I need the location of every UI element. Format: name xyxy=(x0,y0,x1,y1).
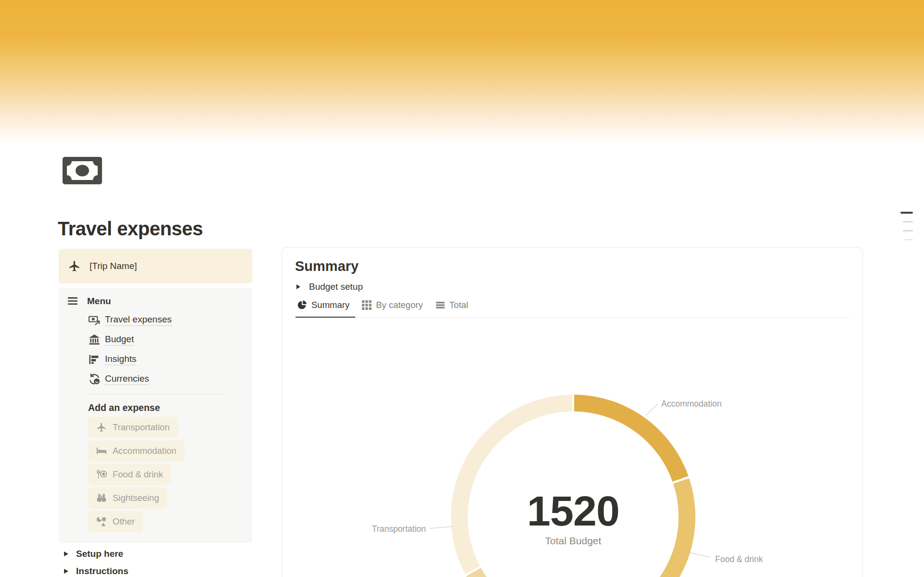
trip-name-label: [Trip Name] xyxy=(90,261,137,271)
add-accommodation-button[interactable]: Accommodation xyxy=(88,440,185,462)
table-of-contents-indicator[interactable] xyxy=(899,212,913,248)
banknote-link-icon xyxy=(89,314,100,326)
expense-button-label: Other xyxy=(113,516,135,527)
add-expense-title: Add an expense xyxy=(88,402,160,413)
toggle-label: Setup here xyxy=(76,549,123,559)
slice-label-transportation: Transportation xyxy=(366,524,426,534)
slice-label-accommodation: Accommodation xyxy=(661,398,721,409)
summary-heading: Summary xyxy=(295,257,359,275)
bank-icon xyxy=(89,334,100,346)
setup-here-toggle[interactable]: Setup here xyxy=(64,549,123,559)
tab-label: Total xyxy=(449,300,468,310)
tab-total[interactable]: Total xyxy=(434,298,474,317)
menu-link-label: Budget xyxy=(105,334,134,346)
expense-buttons: Transportation Accommodation Food & drin… xyxy=(88,417,185,535)
budget-setup-toggle[interactable]: Budget setup xyxy=(296,282,363,292)
toc-line[interactable] xyxy=(903,221,913,223)
budget-setup-label: Budget setup xyxy=(309,282,363,292)
toc-line[interactable] xyxy=(905,239,913,241)
chart-center-label: Total Budget xyxy=(477,535,669,547)
menu-link-insights[interactable]: Insights xyxy=(89,349,172,369)
notion-page: Travel expenses [Trip Name] Menu xyxy=(0,0,924,577)
menu-title: Menu xyxy=(87,296,111,307)
menu-link-label: Insights xyxy=(105,354,136,365)
currency-exchange-icon xyxy=(89,373,100,385)
slice-label-food-drink: Food & drink xyxy=(715,554,763,564)
menu-header: Menu xyxy=(67,295,111,307)
pie-chart-icon xyxy=(297,300,307,310)
instructions-toggle[interactable]: Instructions xyxy=(64,566,128,577)
expense-button-label: Sightseeing xyxy=(113,493,159,503)
chart-center-value: 1520 xyxy=(477,495,669,527)
menu-list: Travel expenses Budget Insights xyxy=(89,310,172,389)
rows-icon xyxy=(436,300,445,310)
view-tabs: Summary By category Total xyxy=(295,298,850,318)
airplane-icon xyxy=(68,260,81,272)
add-sightseeing-button[interactable]: Sightseeing xyxy=(88,487,167,509)
trip-name-callout[interactable]: [Trip Name] xyxy=(59,249,252,283)
airplane-icon xyxy=(96,422,107,433)
menu-link-currencies[interactable]: Currencies xyxy=(89,369,172,389)
bed-icon xyxy=(96,446,107,456)
menu-link-label: Currencies xyxy=(105,373,149,385)
summary-card: Summary Budget setup Summary By category xyxy=(282,247,863,577)
tab-label: By category xyxy=(376,300,423,310)
tab-summary[interactable]: Summary xyxy=(295,298,355,318)
page-title: Travel expenses xyxy=(58,217,203,241)
toc-line[interactable] xyxy=(903,230,913,231)
tab-by-category[interactable]: By category xyxy=(360,298,429,317)
toggle-triangle-icon xyxy=(64,569,68,574)
toggle-triangle-icon xyxy=(296,284,300,289)
restaurant-icon xyxy=(96,469,107,480)
binoculars-icon xyxy=(96,493,107,503)
expense-button-label: Food & drink xyxy=(113,469,163,480)
hamburger-menu-icon xyxy=(67,295,78,307)
add-transportation-button[interactable]: Transportation xyxy=(88,417,178,438)
toc-line[interactable] xyxy=(900,212,913,214)
expense-button-label: Accommodation xyxy=(113,446,177,456)
tab-label: Summary xyxy=(311,300,349,310)
shapes-icon xyxy=(96,516,107,527)
page-cover-gradient xyxy=(0,0,924,153)
menu-link-label: Travel expenses xyxy=(105,314,172,326)
grid-icon xyxy=(362,300,372,310)
donut-ring xyxy=(451,395,695,577)
add-other-button[interactable]: Other xyxy=(88,511,143,532)
expense-button-label: Transportation xyxy=(113,422,170,433)
toggle-label: Instructions xyxy=(76,566,128,577)
menu-panel: Menu Travel expenses Budget xyxy=(59,288,252,543)
menu-link-budget[interactable]: Budget xyxy=(89,330,172,349)
toggle-triangle-icon xyxy=(64,551,68,556)
menu-divider xyxy=(86,394,225,395)
bar-chart-icon xyxy=(89,354,100,365)
page-banknote-icon[interactable] xyxy=(63,157,102,184)
add-food-drink-button[interactable]: Food & drink xyxy=(88,464,171,485)
menu-link-travel-expenses[interactable]: Travel expenses xyxy=(89,310,172,330)
